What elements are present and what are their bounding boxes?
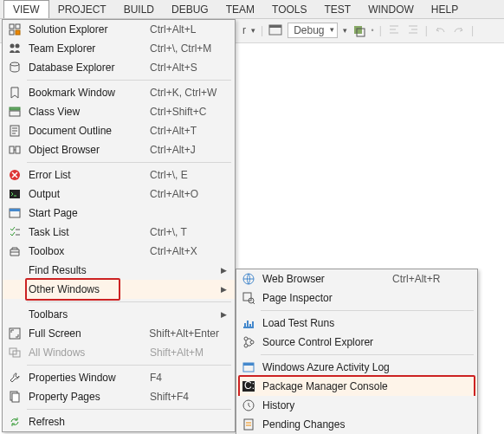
submenu-load-test-runs[interactable]: Load Test Runs xyxy=(236,314,477,333)
separator xyxy=(27,80,231,81)
menu-label: Task List xyxy=(23,226,150,238)
task-list-icon xyxy=(6,225,23,239)
svg-point-30 xyxy=(250,340,254,344)
menu-shortcut: Ctrl+\, E xyxy=(150,169,219,181)
menu-team[interactable]: TEAM xyxy=(217,1,263,18)
menu-view[interactable]: VIEW xyxy=(3,0,49,18)
menu-window[interactable]: WINDOW xyxy=(359,1,423,18)
svg-rect-6 xyxy=(10,30,14,35)
menu-properties-window[interactable]: Properties WindowF4 xyxy=(3,368,235,387)
config-label: Debug xyxy=(294,24,324,36)
blank-icon xyxy=(6,282,23,296)
undo-icon[interactable] xyxy=(433,23,447,37)
menu-team-explorer[interactable]: Team ExplorerCtrl+\, Ctrl+M xyxy=(3,39,235,58)
svg-rect-5 xyxy=(16,24,20,29)
svg-rect-36 xyxy=(244,419,253,430)
error-list-icon xyxy=(6,168,23,182)
blank-icon xyxy=(6,308,23,321)
view-menu: Solution ExplorerCtrl+Alt+LTeam Explorer… xyxy=(2,19,236,432)
start-page-icon xyxy=(6,206,23,220)
submenu-windows-azure-activity-log[interactable]: Windows Azure Activity Log xyxy=(236,358,477,377)
chevron-down-icon[interactable]: ▾ xyxy=(251,26,255,35)
svg-point-8 xyxy=(10,44,15,49)
menu-label: Page Inspector xyxy=(257,292,392,304)
submenu-pending-changes[interactable]: Pending Changes xyxy=(236,415,477,434)
submenu-package-manager-console[interactable]: C:\Package Manager Console xyxy=(236,377,477,396)
menu-shortcut: Ctrl+\, T xyxy=(150,226,219,238)
svg-point-10 xyxy=(10,62,19,66)
menu-label: Pending Changes xyxy=(257,418,392,431)
config-dropdown[interactable]: Debug ▾ xyxy=(288,23,337,38)
menu-build[interactable]: BUILD xyxy=(115,1,163,18)
menu-property-pages[interactable]: Property PagesShift+F4 xyxy=(3,387,235,406)
svg-text:C:\: C:\ xyxy=(244,379,255,392)
menu-test[interactable]: TEST xyxy=(316,1,360,18)
menu-label: History xyxy=(257,399,392,411)
separator xyxy=(27,365,231,366)
svg-rect-19 xyxy=(10,209,20,211)
loadtest-icon xyxy=(240,316,257,330)
web-icon xyxy=(240,272,257,286)
menu-refresh[interactable]: Refresh xyxy=(3,412,235,431)
menu-shortcut: Shift+Alt+Enter xyxy=(149,327,219,340)
menu-debug[interactable]: DEBUG xyxy=(163,1,217,18)
redo-icon[interactable] xyxy=(452,23,466,37)
menu-label: Error List xyxy=(23,169,150,181)
browser-icon[interactable] xyxy=(268,23,282,37)
menu-label: Web Browser xyxy=(257,273,392,285)
svg-rect-20 xyxy=(10,328,20,339)
pending-icon xyxy=(240,418,257,431)
menu-solution-explorer[interactable]: Solution ExplorerCtrl+Alt+L xyxy=(3,20,235,39)
indent-icon[interactable] xyxy=(406,23,420,37)
submenu-arrow-icon: ▶ xyxy=(219,310,228,319)
menu-full-screen[interactable]: Full ScreenShift+Alt+Enter xyxy=(3,324,235,343)
menu-label: Document Outline xyxy=(23,125,150,137)
menu-toolbars[interactable]: Toolbars▶ xyxy=(3,305,235,324)
menu-object-browser[interactable]: Object BrowserCtrl+Alt+J xyxy=(3,140,235,159)
menu-bookmark-window[interactable]: Bookmark WindowCtrl+K, Ctrl+W xyxy=(3,83,235,102)
doc-outline-icon xyxy=(6,124,23,138)
toolbar-label-r: r xyxy=(242,24,246,36)
svg-rect-32 xyxy=(243,363,254,366)
menu-class-view[interactable]: Class ViewCtrl+Shift+C xyxy=(3,102,235,121)
menu-label: Property Pages xyxy=(23,391,150,403)
outdent-icon[interactable] xyxy=(387,23,401,37)
menu-label: Output xyxy=(23,188,150,200)
class-view-icon xyxy=(6,105,23,119)
tool-icon[interactable] xyxy=(352,23,366,37)
solution-explorer-icon xyxy=(6,23,23,36)
menu-task-list[interactable]: Task ListCtrl+\, T xyxy=(3,223,235,242)
menu-label: Class View xyxy=(23,106,150,118)
output-icon xyxy=(6,187,23,201)
menu-label: Windows Azure Activity Log xyxy=(257,361,392,373)
menu-label: Team Explorer xyxy=(23,42,150,55)
other-windows-submenu: Web BrowserCtrl+Alt+RPage InspectorLoad … xyxy=(236,269,478,434)
menu-start-page[interactable]: Start Page xyxy=(3,204,235,223)
submenu-arrow-icon: ▶ xyxy=(219,285,228,294)
menu-project[interactable]: PROJECT xyxy=(49,1,115,18)
menu-other-windows[interactable]: Other Windows▶ xyxy=(3,280,235,299)
menu-help[interactable]: HELP xyxy=(423,1,467,18)
separator xyxy=(261,310,474,311)
menu-label: Object Browser xyxy=(23,144,150,156)
menu-shortcut: Ctrl+Alt+R xyxy=(392,273,462,285)
separator xyxy=(27,162,231,163)
database-explorer-icon xyxy=(6,61,23,74)
menu-database-explorer[interactable]: Database ExplorerCtrl+Alt+S xyxy=(3,58,235,77)
menu-output[interactable]: OutputCtrl+Alt+O xyxy=(3,185,235,204)
menu-tools[interactable]: TOOLS xyxy=(263,1,315,18)
menu-error-list[interactable]: Error ListCtrl+\, E xyxy=(3,165,235,185)
menu-label: Other Windows xyxy=(23,283,150,295)
submenu-page-inspector[interactable]: Page Inspector xyxy=(236,288,477,308)
submenu-source-control-explorer[interactable]: Source Control Explorer xyxy=(236,333,477,352)
submenu-web-browser[interactable]: Web BrowserCtrl+Alt+R xyxy=(236,269,477,288)
menu-shortcut: Ctrl+Alt+S xyxy=(150,62,219,74)
menu-document-outline[interactable]: Document OutlineCtrl+Alt+T xyxy=(3,121,235,140)
menu-find-results[interactable]: Find Results▶ xyxy=(3,261,235,280)
svg-rect-17 xyxy=(10,190,20,198)
menu-shortcut: Ctrl+Alt+O xyxy=(150,188,219,200)
menu-toolbox[interactable]: ToolboxCtrl+Alt+X xyxy=(3,242,235,261)
submenu-history[interactable]: History xyxy=(236,396,477,415)
separator xyxy=(27,301,231,302)
svg-rect-1 xyxy=(269,25,281,28)
